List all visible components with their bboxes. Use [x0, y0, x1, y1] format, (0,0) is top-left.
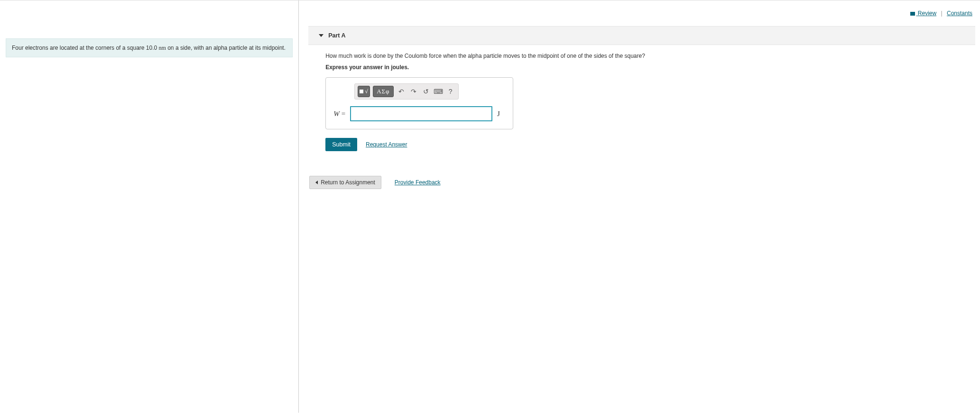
chevron-left-icon	[315, 181, 318, 184]
part-title: Part A	[328, 32, 345, 39]
equals-sign: =	[342, 110, 345, 118]
problem-text-after: on a side, with an alpha particle at its…	[166, 45, 286, 51]
submit-button[interactable]: Submit	[325, 138, 357, 151]
return-label: Return to Assignment	[321, 179, 375, 186]
variable-symbol: W	[333, 110, 340, 118]
return-button[interactable]: Return to Assignment	[309, 176, 381, 189]
instruction-text: Express your answer in joules.	[325, 64, 966, 71]
problem-text-before: Four electrons are located at the corner…	[12, 45, 159, 51]
flag-icon	[910, 12, 915, 16]
feedback-link[interactable]: Provide Feedback	[395, 179, 441, 186]
footer-row: Return to Assignment Provide Feedback	[308, 176, 975, 189]
main-content: Review | Constants Part A How much work …	[299, 0, 980, 413]
redo-icon[interactable]: ↷	[409, 87, 418, 96]
part-header[interactable]: Part A	[308, 26, 975, 45]
constants-link[interactable]: Constants	[947, 10, 972, 17]
answer-row: W= J	[333, 106, 505, 121]
keyboard-icon[interactable]: ⌨	[434, 87, 443, 96]
problem-sidebar: Four electrons are located at the corner…	[0, 0, 299, 413]
collapse-icon	[319, 34, 324, 37]
problem-unit-nm: nm	[159, 45, 166, 51]
review-label: Review	[918, 10, 936, 17]
undo-icon[interactable]: ↶	[397, 87, 406, 96]
top-links: Review | Constants	[308, 0, 975, 21]
answer-panel: √ ΑΣφ ↶ ↷ ↺ ⌨ ? W= J	[325, 77, 513, 129]
separator: |	[941, 10, 943, 17]
answer-input[interactable]	[350, 106, 492, 121]
review-link[interactable]: Review	[910, 10, 936, 17]
question-text: How much work is done by the Coulomb for…	[325, 53, 966, 59]
equation-toolbar: √ ΑΣφ ↶ ↷ ↺ ⌨ ?	[354, 83, 458, 100]
greek-symbols-button[interactable]: ΑΣφ	[373, 86, 393, 97]
template-button[interactable]: √	[358, 86, 370, 97]
variable-label: W=	[333, 110, 345, 118]
request-answer-link[interactable]: Request Answer	[366, 141, 407, 148]
actions-row: Submit Request Answer	[325, 138, 966, 151]
part-body: How much work is done by the Coulomb for…	[308, 45, 975, 156]
problem-statement: Four electrons are located at the corner…	[6, 38, 293, 57]
help-icon[interactable]: ?	[446, 87, 455, 96]
unit-label: J	[497, 110, 500, 118]
reset-icon[interactable]: ↺	[421, 87, 431, 96]
